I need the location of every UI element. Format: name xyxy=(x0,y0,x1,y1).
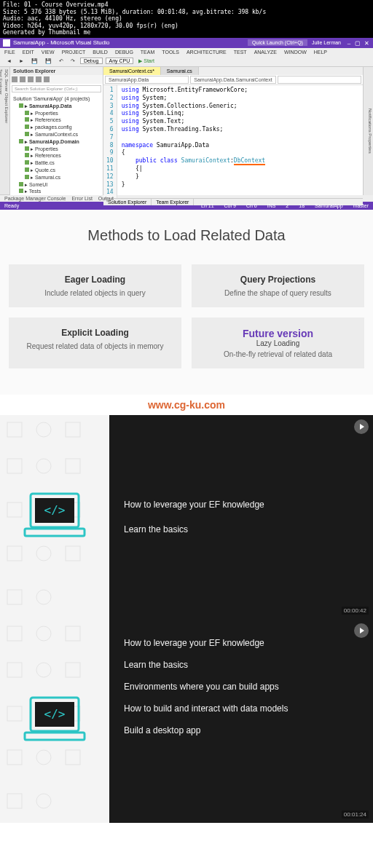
status-project: SamuraiApp xyxy=(315,203,343,208)
sql-explorer-tab[interactable]: SQL Server Object Explorer xyxy=(4,67,9,195)
status-bar: Ready Ln 11 Col 9 Ch 6 INS 2 18 SamuraiA… xyxy=(0,202,373,210)
svg-rect-30 xyxy=(7,794,22,808)
menu-tools[interactable]: TOOLS xyxy=(162,50,179,55)
tree-item[interactable]: ▸ Battle.cs xyxy=(13,159,100,167)
menu-help[interactable]: HELP xyxy=(314,50,327,55)
solution-root[interactable]: Solution 'SamuraiApp' (4 projects) xyxy=(13,95,100,103)
meta-gen: Generated by Thumbnail me xyxy=(3,29,370,36)
play-button-icon[interactable] xyxy=(354,623,369,638)
bullet-item: Learn the basics xyxy=(124,524,358,534)
tree-item[interactable]: ▸ Properties xyxy=(13,146,100,153)
svg-rect-29 xyxy=(66,750,80,765)
slide-left-panel: </> xyxy=(0,415,109,619)
cards-grid: Eager Loading Include related objects in… xyxy=(9,264,364,368)
error-list-tab[interactable]: Error List xyxy=(71,196,92,201)
bullet-item: Environments where you can build apps xyxy=(124,682,358,692)
slide-bullets: How to leverage your EF knowledgeLearn t… xyxy=(109,415,373,619)
user-name[interactable]: Julie Lerman xyxy=(312,40,341,45)
tree-item[interactable]: ▸ SamuraiApp.Data xyxy=(13,103,100,110)
tree-item[interactable]: ▸ Tests xyxy=(13,188,100,195)
tree-item[interactable]: ▸ Samurai.cs xyxy=(13,174,100,181)
toolbar: ◄ ► 💾 💾 ↶ ↷ Debug Any CPU ▶ Start xyxy=(0,56,373,67)
code-lines[interactable]: using Microsoft.EntityFrameworkCore;usin… xyxy=(117,85,270,198)
play-button-icon[interactable] xyxy=(354,419,369,434)
menu-team[interactable]: TEAM xyxy=(141,50,154,55)
nav-member-dropdown[interactable] xyxy=(278,76,361,84)
timestamp: 00:01:24 xyxy=(342,810,369,818)
output-tab[interactable]: Output xyxy=(98,196,114,201)
svg-rect-27 xyxy=(7,750,22,765)
window-title: SamuraiApp - Microsoft Visual Studio xyxy=(13,39,109,46)
svg-rect-17 xyxy=(25,529,85,536)
menu-edit[interactable]: EDIT xyxy=(23,50,34,55)
tree-item[interactable]: ▸ Properties xyxy=(13,110,100,117)
code-editor[interactable]: 1234567891011121314 using Microsoft.Enti… xyxy=(103,85,363,198)
menu-architecture[interactable]: ARCHITECTURE xyxy=(186,50,227,55)
home-icon[interactable] xyxy=(12,76,17,82)
watermark-text: www.cg-ku.com xyxy=(0,395,373,415)
nav-project-dropdown[interactable]: SamuraiApp.Data xyxy=(105,76,189,84)
save-button[interactable]: 💾 xyxy=(29,58,40,65)
nav-fwd-button[interactable]: ► xyxy=(17,58,26,64)
status-errors[interactable]: 2 xyxy=(286,203,288,208)
properties-tab[interactable]: Properties xyxy=(368,133,372,153)
menu-view[interactable]: VIEW xyxy=(42,50,55,55)
redo-button[interactable]: ↷ xyxy=(68,58,77,65)
menu-test[interactable]: TEST xyxy=(234,50,247,55)
save-all-button[interactable]: 💾 xyxy=(43,58,54,65)
menu-debug[interactable]: DEBUG xyxy=(115,50,133,55)
config-dropdown[interactable]: Debug xyxy=(80,58,103,64)
laptop-icon: </> xyxy=(22,490,87,544)
card-desc: Request related data of objects in memor… xyxy=(16,342,174,350)
titlebar[interactable]: SamuraiApp - Microsoft Visual Studio Qui… xyxy=(0,38,373,48)
pkg-console-tab[interactable]: Package Manager Console xyxy=(4,196,66,201)
test-explorer-tab[interactable]: Test Explorer xyxy=(0,67,4,195)
close-button[interactable]: ✕ xyxy=(363,40,370,46)
undo-button[interactable]: ↶ xyxy=(57,58,66,65)
solution-toolbar xyxy=(10,75,103,84)
minimize-button[interactable]: – xyxy=(345,40,353,46)
show-all-icon[interactable] xyxy=(36,76,42,82)
menu-file[interactable]: FILE xyxy=(4,50,15,55)
maximize-button[interactable]: ▢ xyxy=(354,40,361,46)
nav-class-dropdown[interactable]: SamuraiApp.Data.SamuraiContext xyxy=(190,76,275,84)
svg-text:</>: </> xyxy=(44,503,66,517)
status-branch[interactable]: master xyxy=(353,203,369,208)
svg-point-4 xyxy=(36,459,51,473)
tree-item[interactable]: ▸ SomeUI xyxy=(13,181,100,189)
meta-audio: Audio: aac, 44100 Hz, stereo (eng) xyxy=(3,15,370,23)
menu-analyze[interactable]: ANALYZE xyxy=(254,50,277,55)
tab-samuraicontext[interactable]: SamuraiContext.cs* xyxy=(103,67,161,75)
nav-back-button[interactable]: ◄ xyxy=(4,58,14,64)
tree-item[interactable]: ▸ References xyxy=(13,117,100,124)
menu-project[interactable]: PROJECT xyxy=(62,50,86,55)
status-warnings[interactable]: 18 xyxy=(299,203,305,208)
bullet-item: How to leverage your EF knowledge xyxy=(124,500,358,510)
tree-item[interactable]: ▸ packages.config xyxy=(13,124,100,131)
svg-rect-6 xyxy=(7,502,22,517)
tab-samurai[interactable]: Samurai.cs xyxy=(161,67,199,75)
start-button[interactable]: ▶ Start xyxy=(136,58,157,65)
notifications-tab[interactable]: Notifications xyxy=(368,108,372,133)
card-title: Query Projections xyxy=(199,275,357,285)
menu-window[interactable]: WINDOW xyxy=(284,50,307,55)
quick-launch-input[interactable]: Quick Launch (Ctrl+Q) xyxy=(248,39,307,46)
tree-item[interactable]: ▸ Quote.cs xyxy=(13,167,100,174)
bullet-item: How to leverage your EF knowledge xyxy=(124,638,358,648)
slide-bullets: How to leverage your EF knowledgeLearn t… xyxy=(109,619,373,823)
tree-item[interactable]: ▸ SamuraiContext.cs xyxy=(13,131,100,138)
editor-area: SamuraiContext.cs* Samurai.cs SamuraiApp… xyxy=(103,67,363,195)
collapse-icon[interactable] xyxy=(28,76,34,82)
refresh-icon[interactable] xyxy=(20,76,25,82)
solution-search-input[interactable]: Search Solution Explorer (Ctrl+;) xyxy=(12,85,101,92)
card-projections: Query Projections Define the shape of qu… xyxy=(192,264,364,307)
tree-item[interactable]: ▸ SamuraiApp.Domain xyxy=(13,138,100,146)
status-line: Ln 11 xyxy=(201,203,214,208)
tree-item[interactable]: ▸ References xyxy=(13,152,100,159)
menu-build[interactable]: BUILD xyxy=(93,50,108,55)
svg-point-10 xyxy=(36,546,51,561)
properties-icon[interactable] xyxy=(44,76,50,82)
solution-tree: Solution 'SamuraiApp' (4 projects) ▸ Sam… xyxy=(10,94,103,197)
platform-dropdown[interactable]: Any CPU xyxy=(106,58,134,64)
meta-size: Size: 5 376 338 bytes (5.13 MiB), durati… xyxy=(3,9,370,16)
